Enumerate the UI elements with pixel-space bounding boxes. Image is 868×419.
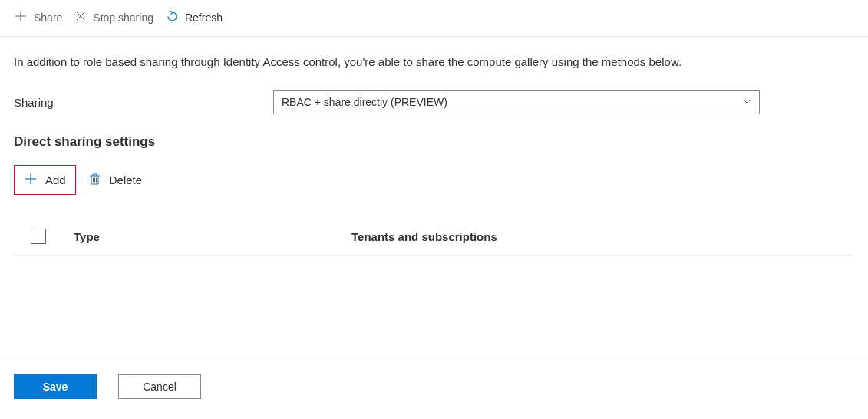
sharing-select-value: RBAC + share directly (PREVIEW) (282, 96, 447, 108)
share-button[interactable]: Share (14, 9, 62, 25)
column-type: Type (74, 230, 351, 243)
stop-sharing-label: Stop sharing (93, 12, 153, 24)
direct-sharing-title: Direct sharing settings (14, 134, 854, 150)
refresh-button[interactable]: Refresh (166, 10, 223, 25)
delete-button[interactable]: Delete (81, 167, 150, 194)
close-icon (74, 10, 87, 25)
sharing-label: Sharing (14, 96, 273, 109)
add-button[interactable]: Add (14, 165, 76, 195)
action-row: Add Delete (14, 165, 854, 195)
plus-icon (14, 9, 28, 25)
column-tenants: Tenants and subscriptions (351, 230, 497, 243)
stop-sharing-button[interactable]: Stop sharing (74, 10, 153, 25)
page-description: In addition to role based sharing throug… (14, 55, 854, 68)
toolbar: Share Stop sharing Refresh (0, 0, 868, 37)
sharing-select[interactable]: RBAC + share directly (PREVIEW) (273, 90, 760, 114)
footer: Save Cancel (0, 358, 868, 419)
sharing-field-row: Sharing RBAC + share directly (PREVIEW) (14, 90, 854, 114)
content-area: In addition to role based sharing throug… (0, 37, 868, 256)
refresh-label: Refresh (185, 12, 223, 24)
table-header: Type Tenants and subscriptions (14, 218, 854, 256)
select-all-checkbox[interactable] (31, 229, 46, 244)
add-label: Add (45, 173, 66, 186)
chevron-down-icon (742, 96, 751, 108)
share-label: Share (34, 12, 62, 24)
delete-label: Delete (109, 173, 142, 186)
trash-icon (88, 173, 101, 188)
cancel-button[interactable]: Cancel (118, 374, 201, 399)
refresh-icon (166, 10, 179, 25)
save-button[interactable]: Save (14, 374, 97, 399)
plus-icon (24, 172, 38, 188)
